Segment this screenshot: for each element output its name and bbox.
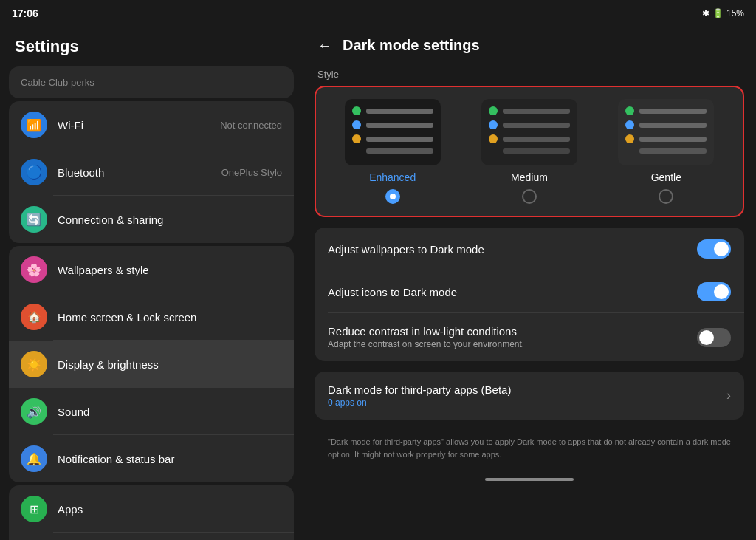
sidebar: Settings Cable Club perks 📶 Wi-Fi Not co… xyxy=(0,0,303,540)
style-label-medium: Medium xyxy=(511,171,548,183)
panel-title: Dark mode settings xyxy=(343,37,480,54)
preview-line-g2 xyxy=(639,123,707,128)
settings-row-wallpapers-text: Adjust wallpapers to Dark mode xyxy=(328,243,697,256)
preview-row-m2 xyxy=(489,120,570,129)
bluetooth-status: OnePlus Stylo xyxy=(221,167,282,178)
sidebar-item-display[interactable]: ☀️ Display & brightness xyxy=(9,341,294,388)
settings-row-thirdparty[interactable]: Dark mode for third-party apps (Beta) 0 … xyxy=(315,372,744,420)
status-bar: 17:06 ✱ 🔋 15% xyxy=(0,0,756,27)
wifi-label: Wi-Fi xyxy=(58,119,220,131)
preview-line-1 xyxy=(366,109,433,114)
sidebar-item-connection[interactable]: 🔄 Connection & sharing xyxy=(9,196,294,243)
style-option-medium[interactable]: Medium xyxy=(481,99,577,204)
preview-dot-g3 xyxy=(625,134,634,143)
preview-line-m1 xyxy=(503,109,570,114)
preview-line-4 xyxy=(366,148,433,154)
bluetooth-icon: 🔵 xyxy=(21,159,47,185)
settings-row-contrast-sub: Adapt the contrast on screen to your env… xyxy=(328,339,697,349)
settings-group-thirdparty: Dark mode for third-party apps (Beta) 0 … xyxy=(315,372,744,420)
preview-dot-m2 xyxy=(489,120,498,129)
preview-line-g1 xyxy=(639,109,707,114)
style-label-enhanced: Enhanced xyxy=(369,171,416,183)
style-radio-gentle[interactable] xyxy=(659,189,673,204)
preview-line-3 xyxy=(366,137,433,142)
status-icons: ✱ 🔋 15% xyxy=(702,8,744,18)
main-panel: ← Dark mode settings Style xyxy=(303,0,756,540)
settings-row-wallpapers: Adjust wallpapers to Dark mode xyxy=(315,228,744,270)
style-option-gentle[interactable]: Gentle xyxy=(618,99,714,204)
settings-row-thirdparty-text: Dark mode for third-party apps (Beta) 0 … xyxy=(328,383,726,408)
wallpapers-icon: 🌸 xyxy=(21,256,47,283)
notification-label: Notification & status bar xyxy=(58,453,282,465)
status-time: 17:06 xyxy=(12,7,38,19)
preview-dot-m1 xyxy=(489,106,498,115)
preview-line-2 xyxy=(366,123,433,128)
preview-dot-g2 xyxy=(625,120,634,129)
sound-icon: 🔊 xyxy=(21,398,47,425)
back-button[interactable]: ← xyxy=(317,37,332,54)
apps-icon: ⊞ xyxy=(21,496,47,522)
bluetooth-status-icon: ✱ xyxy=(702,8,709,18)
chevron-right-icon: › xyxy=(726,388,731,403)
battery-icon: 🔋 xyxy=(712,8,724,18)
preview-row-m4 xyxy=(489,148,570,154)
wallpapers-label: Wallpapers & style xyxy=(58,264,282,276)
style-radio-enhanced[interactable] xyxy=(385,189,400,204)
sidebar-item-apps[interactable]: ⊞ Apps xyxy=(9,485,294,533)
settings-row-icons: Adjust icons to Dark mode xyxy=(315,270,744,313)
sidebar-item-homescreen[interactable]: 🏠 Home screen & Lock screen xyxy=(9,293,294,341)
preview-row-2 xyxy=(352,120,433,129)
sidebar-item-wifi[interactable]: 📶 Wi-Fi Not connected xyxy=(9,101,294,148)
panel-content: Style xyxy=(303,61,756,540)
toggle-contrast[interactable] xyxy=(697,328,731,347)
sidebar-item-password[interactable]: 🔐 Password & security xyxy=(9,533,294,540)
style-preview-medium xyxy=(481,99,577,165)
sidebar-item-wallpapers[interactable]: 🌸 Wallpapers & style xyxy=(9,246,294,293)
preview-row-g3 xyxy=(625,134,707,143)
scroll-indicator xyxy=(485,478,574,481)
preview-row-4 xyxy=(352,148,433,154)
settings-row-icons-text: Adjust icons to Dark mode xyxy=(328,286,697,298)
notification-icon: 🔔 xyxy=(21,445,47,472)
toggle-wallpapers[interactable] xyxy=(697,239,731,259)
homescreen-label: Home screen & Lock screen xyxy=(58,311,282,324)
settings-row-contrast-title: Reduce contrast in low-light conditions xyxy=(328,325,697,338)
apps-label: Apps xyxy=(58,503,282,516)
wifi-icon: 📶 xyxy=(21,112,47,138)
preview-line-m3 xyxy=(503,137,570,142)
preview-line-m4 xyxy=(503,148,570,154)
panel-header: ← Dark mode settings xyxy=(303,27,756,61)
sidebar-top-item: Cable Club perks xyxy=(9,66,294,98)
sound-label: Sound xyxy=(58,406,282,418)
preview-row-m1 xyxy=(489,106,570,115)
sidebar-item-notification[interactable]: 🔔 Notification & status bar xyxy=(9,435,294,482)
style-radio-medium[interactable] xyxy=(522,189,537,204)
battery-percent: 15% xyxy=(726,8,744,18)
preview-row-3 xyxy=(352,134,433,143)
preview-line-g3 xyxy=(639,137,707,142)
sidebar-group-2: 🌸 Wallpapers & style 🏠 Home screen & Loc… xyxy=(9,246,294,482)
sidebar-title: Settings xyxy=(0,27,303,64)
style-option-enhanced[interactable]: Enhanced xyxy=(345,99,441,204)
style-selector: Enhanced xyxy=(315,86,744,217)
preview-dot-2 xyxy=(352,120,361,129)
sidebar-item-sound[interactable]: 🔊 Sound xyxy=(9,388,294,435)
toggle-icons[interactable] xyxy=(697,282,731,301)
preview-row-m3 xyxy=(489,134,570,143)
preview-dot-3 xyxy=(352,134,361,143)
footnote: "Dark mode for third-party apps" allows … xyxy=(315,430,744,472)
preview-dot-1 xyxy=(352,106,361,115)
connection-label: Connection & sharing xyxy=(58,213,282,226)
settings-row-contrast: Reduce contrast in low-light conditions … xyxy=(315,313,744,361)
style-preview-enhanced xyxy=(345,99,441,165)
settings-group-toggles: Adjust wallpapers to Dark mode Adjust ic… xyxy=(315,228,744,361)
style-section-label: Style xyxy=(315,69,744,80)
sidebar-group-3: ⊞ Apps 🔐 Password & security 👁️ Privacy xyxy=(9,485,294,540)
preview-row-g2 xyxy=(625,120,707,129)
settings-row-thirdparty-title: Dark mode for third-party apps (Beta) xyxy=(328,383,726,396)
preview-row-g1 xyxy=(625,106,707,115)
sidebar-item-bluetooth[interactable]: 🔵 Bluetooth OnePlus Stylo xyxy=(9,148,294,196)
preview-row-g4 xyxy=(625,148,707,154)
sidebar-group-1: 📶 Wi-Fi Not connected 🔵 Bluetooth OnePlu… xyxy=(9,101,294,243)
homescreen-icon: 🏠 xyxy=(21,304,47,330)
